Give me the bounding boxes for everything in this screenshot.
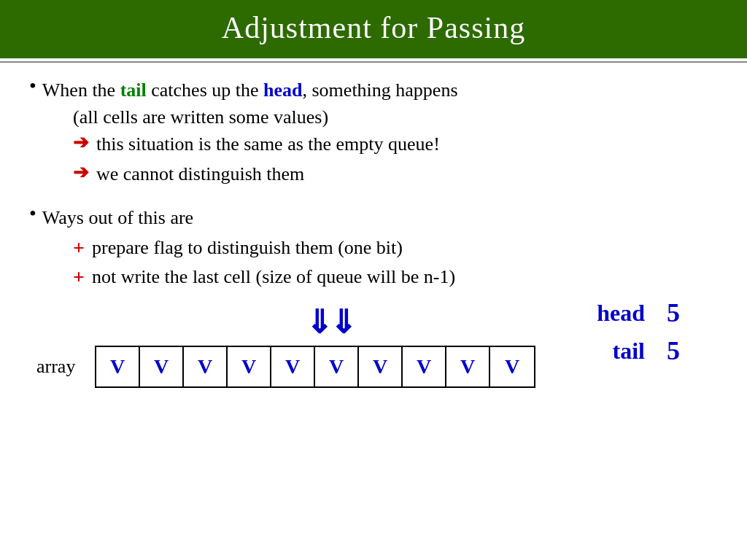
- sub-item-4: + not write the last cell (size of queue…: [73, 264, 718, 290]
- array-cell-1: V: [140, 347, 184, 386]
- sub-item-1: ➔ this situation is the same as the empt…: [73, 131, 718, 158]
- bullet-1-suffix: , something happens: [303, 79, 458, 101]
- tail-keyword: tail: [120, 79, 147, 101]
- tail-value: 5: [667, 335, 689, 366]
- plus-icon-2: +: [73, 264, 85, 290]
- sub-item-3: + prepare flag to distinguish them (one …: [73, 235, 718, 261]
- tail-row: tail 5: [587, 335, 689, 366]
- sub-text-2: we cannot distinguish them: [96, 161, 304, 187]
- array-cell-8: V: [446, 347, 490, 386]
- bullet-1: • When the tail catches up the head, som…: [29, 77, 718, 104]
- slide-container: Adjustment for Passing • When the tail c…: [0, 0, 747, 395]
- sub-text-1: this situation is the same as the empty …: [96, 131, 440, 158]
- bullet-1-indent: (all cells are written some values): [73, 106, 718, 128]
- sub-text-3: prepare flag to distinguish them (one bi…: [92, 235, 403, 261]
- head-tail-container: head 5 tail 5: [587, 298, 689, 366]
- head-value: 5: [667, 298, 689, 328]
- slide-header: Adjustment for Passing: [0, 0, 747, 58]
- bullet-1-prefix: When the: [42, 79, 120, 101]
- sub-item-2: ➔ we cannot distinguish them: [73, 161, 718, 187]
- plus-icon-1: +: [73, 235, 85, 261]
- diagram-area: head 5 tail 5 ⇓⇓ array V: [29, 298, 718, 388]
- array-cell-0: V: [96, 347, 140, 386]
- section-gap: [29, 190, 718, 205]
- arrow-icon-1: ➔: [73, 131, 89, 154]
- array-cells: V V V V V V V V V V: [95, 346, 535, 388]
- arrow-icon-2: ➔: [73, 161, 89, 184]
- head-keyword: head: [263, 79, 302, 101]
- bullet-dot-1: •: [29, 74, 36, 98]
- slide-title: Adjustment for Passing: [222, 11, 525, 44]
- array-cell-9: V: [490, 347, 534, 386]
- slide-content: • When the tail catches up the head, som…: [0, 63, 747, 395]
- array-cell-3: V: [228, 347, 271, 386]
- bullet-1-middle: catches up the: [147, 79, 263, 101]
- array-cell-7: V: [403, 347, 446, 386]
- tail-label: tail: [587, 338, 645, 365]
- bullet-1-text: When the tail catches up the head, somet…: [42, 77, 458, 104]
- head-row: head 5: [587, 298, 689, 328]
- sub-text-4: not write the last cell (size of queue w…: [92, 264, 455, 290]
- array-cell-5: V: [315, 347, 359, 386]
- array-label: array: [29, 356, 95, 378]
- bullet-2: • Ways out of this are: [29, 205, 718, 231]
- array-cell-4: V: [271, 347, 315, 386]
- bullet-2-text: Ways out of this are: [42, 205, 193, 231]
- head-label: head: [587, 300, 645, 327]
- bullet-dot-2: •: [29, 202, 36, 225]
- array-cell-2: V: [184, 347, 228, 386]
- down-arrows-icon: ⇓⇓: [306, 303, 354, 341]
- array-cell-6: V: [359, 347, 403, 386]
